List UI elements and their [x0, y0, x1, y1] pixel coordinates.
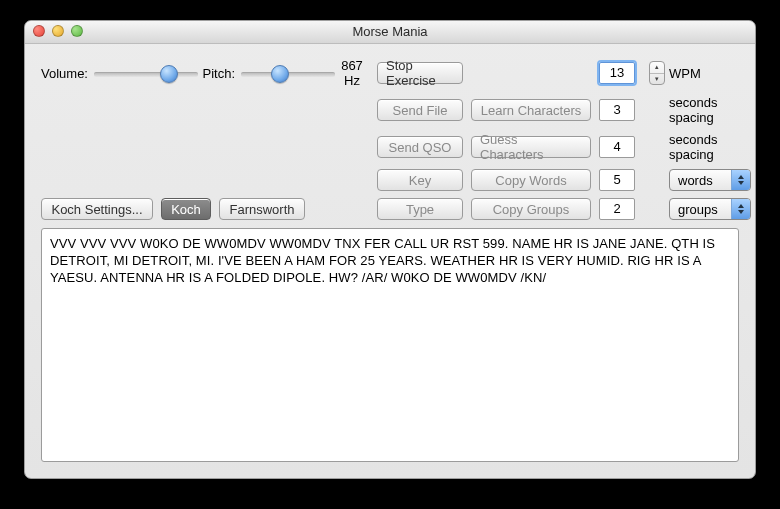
pitch-label: Pitch: [203, 66, 236, 81]
farnsworth-toggle[interactable]: Farnsworth [219, 198, 305, 220]
copy-groups-button[interactable]: Copy Groups [471, 198, 591, 220]
volume-slider[interactable] [94, 64, 198, 82]
stop-exercise-button[interactable]: Stop Exercise [377, 62, 463, 84]
dropdown-icon [731, 170, 750, 190]
zoom-icon[interactable] [71, 25, 83, 37]
pitch-slider[interactable] [241, 64, 335, 82]
transcript-textarea[interactable]: VVV VVV VVV W0KO DE WW0MDV WW0MDV TNX FE… [41, 228, 739, 462]
copy-words-button[interactable]: Copy Words [471, 169, 591, 191]
wpm-suffix: WPM [669, 66, 751, 81]
guess-characters-button[interactable]: Guess Characters [471, 136, 591, 158]
wpm-stepper[interactable]: ▴▾ [649, 61, 665, 85]
window-title: Morse Mania [352, 24, 427, 39]
minimize-icon[interactable] [52, 25, 64, 37]
type-button[interactable]: Type [377, 198, 463, 220]
wpm-field[interactable]: 13 [599, 62, 635, 84]
groups-unit-label: groups [670, 202, 731, 217]
learn-spacing-suffix: seconds spacing [669, 95, 751, 125]
learn-characters-button[interactable]: Learn Characters [471, 99, 591, 121]
koch-settings-button[interactable]: Koch Settings... [41, 198, 153, 220]
titlebar[interactable]: Morse Mania [25, 21, 755, 44]
groups-count-field[interactable]: 2 [599, 198, 635, 220]
groups-unit-select[interactable]: groups [669, 198, 751, 220]
words-unit-label: words [670, 173, 731, 188]
controls-grid: Volume: Pitch: 867 Hz Stop Exercise 13 ▴… [41, 58, 739, 220]
learn-spacing-field[interactable]: 3 [599, 99, 635, 121]
guess-spacing-suffix: seconds spacing [669, 132, 751, 162]
send-file-button[interactable]: Send File [377, 99, 463, 121]
close-icon[interactable] [33, 25, 45, 37]
traffic-lights [33, 25, 83, 37]
guess-spacing-field[interactable]: 4 [599, 136, 635, 158]
volume-label: Volume: [41, 66, 88, 81]
koch-toggle[interactable]: Koch [161, 198, 211, 220]
words-unit-select[interactable]: words [669, 169, 751, 191]
send-qso-button[interactable]: Send QSO [377, 136, 463, 158]
key-button[interactable]: Key [377, 169, 463, 191]
content-area: Volume: Pitch: 867 Hz Stop Exercise 13 ▴… [25, 44, 755, 478]
words-count-field[interactable]: 5 [599, 169, 635, 191]
koch-row: Koch Settings... Koch Farnsworth [41, 198, 369, 220]
pitch-readout: 867 Hz [335, 58, 369, 88]
dropdown-icon [731, 199, 750, 219]
app-window: Morse Mania Volume: Pitch: 867 Hz Stop E… [24, 20, 756, 479]
sliders-row: Volume: Pitch: 867 Hz [41, 58, 369, 88]
